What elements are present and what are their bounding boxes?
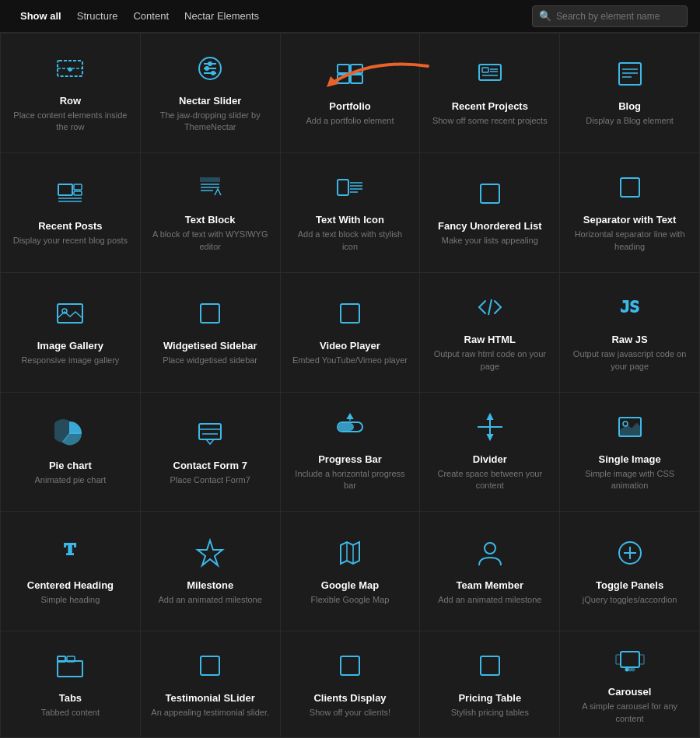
grid-item-pricing-table[interactable]: Pricing Table Stylish pricing tables — [420, 631, 560, 738]
nav-nectar[interactable]: Nectar Elements — [177, 0, 267, 33]
grid-item-pie-chart[interactable]: Pie chart Animated pie chart — [1, 393, 141, 512]
clients-display-desc: Show off your clients! — [310, 707, 390, 719]
video-player-icon — [334, 298, 366, 334]
team-member-title: Team Member — [457, 579, 523, 591]
grid-item-single-image[interactable]: Single Image Simple image with CSS anima… — [560, 393, 700, 512]
svg-rect-70 — [341, 656, 359, 675]
grid-item-centered-heading[interactable]: T Centered Heading Simple heading — [1, 512, 141, 631]
search-icon: 🔍 — [539, 10, 551, 22]
tabs-title: Tabs — [59, 692, 82, 704]
team-member-icon — [474, 537, 506, 573]
grid-item-divider[interactable]: Divider Create space between your conten… — [420, 393, 560, 512]
single-image-icon — [614, 411, 646, 447]
svg-marker-51 — [348, 414, 352, 418]
recent-posts-title: Recent Posts — [38, 220, 102, 232]
grid-item-recent-posts[interactable]: Recent Posts Display your recent blog po… — [1, 153, 141, 273]
toggle-panels-title: Toggle Panels — [596, 579, 663, 591]
svg-point-62 — [485, 543, 495, 554]
tabs-icon — [54, 650, 86, 686]
fancy-unordered-list-title: Fancy Unordered List — [438, 220, 542, 232]
grid-item-milestone[interactable]: Milestone Add an animated milestone — [141, 512, 281, 631]
milestone-title: Milestone — [187, 579, 233, 591]
grid-item-tabs[interactable]: Tabs Tabbed content — [1, 631, 141, 738]
widgetised-sidebar-title: Widgetised Sidebar — [163, 340, 257, 352]
carousel-desc: A simple carousel for any content — [569, 701, 690, 725]
text-with-icon-desc: Add a text block with stylish icon — [290, 229, 411, 253]
nav-structure[interactable]: Structure — [69, 0, 126, 33]
svg-text:+: + — [68, 66, 72, 73]
svg-rect-11 — [338, 65, 349, 73]
svg-rect-66 — [58, 661, 82, 677]
centered-heading-icon: T — [54, 537, 86, 573]
svg-text:JS: JS — [621, 297, 639, 316]
blog-icon — [614, 58, 646, 94]
elements-grid: + Row Place content elements inside the … — [0, 33, 700, 738]
nav-show-all[interactable]: Show all — [12, 0, 69, 33]
image-gallery-icon — [54, 298, 86, 334]
pricing-table-desc: Stylish pricing tables — [451, 707, 529, 719]
grid-item-carousel[interactable]: Carousel A simple carousel for any conte… — [560, 631, 700, 738]
carousel-icon — [614, 644, 646, 680]
pie-chart-desc: Animated pie chart — [35, 474, 107, 486]
svg-point-77 — [632, 669, 634, 671]
svg-rect-49 — [339, 424, 353, 430]
grid-item-widgetised-sidebar[interactable]: Widgetised Sidebar Place widgetised side… — [141, 273, 281, 393]
text-block-title: Text Block — [185, 214, 236, 226]
svg-rect-24 — [58, 184, 72, 195]
grid-item-separator-with-text[interactable]: Separator with Text Horizontal separator… — [560, 153, 700, 273]
grid-item-fancy-unordered-list[interactable]: Fancy Unordered List Make your lists app… — [420, 153, 560, 273]
image-gallery-desc: Responsive image gallery — [21, 355, 119, 366]
raw-js-desc: Output raw javascript code on your page — [569, 348, 690, 372]
grid-item-team-member[interactable]: Team Member Add an animated milestone — [420, 512, 560, 631]
separator-with-text-desc: Horizontal separator line with heading — [569, 229, 690, 253]
svg-rect-13 — [338, 75, 349, 83]
grid-item-text-with-icon[interactable]: Text With Icon Add a text block with sty… — [281, 153, 421, 273]
grid-item-blog[interactable]: Blog Display a Blog element — [560, 33, 700, 153]
grid-item-clients-display[interactable]: Clients Display Show off your clients! — [281, 631, 421, 738]
grid-item-google-map[interactable]: Google Map Flexible Google Map — [281, 512, 421, 631]
grid-item-video-player[interactable]: Video Player Embed YouTube/Vimeo player — [281, 273, 421, 393]
progress-bar-title: Progress Bar — [318, 453, 382, 465]
svg-rect-72 — [621, 652, 639, 667]
svg-rect-26 — [74, 191, 82, 195]
svg-rect-25 — [74, 184, 82, 190]
nectar-slider-desc: The jaw-dropping slider by ThemeNectar — [150, 110, 271, 134]
grid-item-toggle-panels[interactable]: Toggle Panels jQuery toggles/accordion — [560, 512, 700, 631]
blog-title: Blog — [618, 100, 641, 112]
carousel-title: Carousel — [608, 686, 652, 698]
grid-item-recent-projects[interactable]: Recent Projects Show off some recent pro… — [420, 33, 560, 153]
contact-form-icon — [194, 418, 226, 453]
svg-marker-54 — [488, 414, 492, 419]
video-player-title: Video Player — [320, 340, 380, 352]
svg-rect-69 — [201, 656, 219, 675]
recent-projects-desc: Show off some recent projects — [432, 115, 548, 127]
grid-item-raw-html[interactable]: Raw HTML Output raw html code on your pa… — [420, 273, 560, 393]
grid-item-contact-form[interactable]: Contact Form 7 Place Contact Form7 — [141, 393, 281, 512]
progress-bar-desc: Include a horizontal progress bar — [290, 468, 411, 492]
text-block-desc: A block of text with WYSIWYG editor — [150, 229, 271, 253]
recent-projects-icon — [474, 58, 506, 94]
raw-js-icon: JS — [614, 292, 646, 327]
grid-item-image-gallery[interactable]: Image Gallery Responsive image gallery — [1, 273, 141, 393]
nav-content[interactable]: Content — [125, 0, 177, 33]
grid-item-testimonial-slider[interactable]: Testimonial SLider An appealing testimon… — [141, 631, 281, 738]
grid-item-text-block[interactable]: Text Block A block of text with WYSIWYG … — [141, 153, 281, 273]
svg-rect-38 — [621, 178, 639, 197]
grid-item-progress-bar[interactable]: Progress Bar Include a horizontal progre… — [281, 393, 421, 512]
raw-html-icon — [474, 292, 506, 327]
search-input[interactable] — [556, 11, 681, 22]
portfolio-icon — [334, 58, 366, 94]
tabs-desc: Tabbed content — [41, 707, 100, 719]
blog-desc: Display a Blog element — [586, 115, 674, 127]
grid-item-row[interactable]: + Row Place content elements inside the … — [1, 33, 141, 153]
single-image-desc: Simple image with CSS animation — [569, 468, 690, 492]
progress-bar-icon — [334, 411, 366, 447]
separator-with-text-icon — [614, 172, 646, 208]
grid-item-nectar-slider[interactable]: Nectar Slider The jaw-dropping slider by… — [141, 33, 281, 153]
centered-heading-title: Centered Heading — [27, 579, 114, 591]
grid-item-portfolio[interactable]: Portfolio Add a portfolio element — [281, 33, 421, 153]
image-gallery-title: Image Gallery — [37, 340, 103, 352]
grid-item-raw-js[interactable]: JS Raw JS Output raw javascript code on … — [560, 273, 700, 393]
toggle-panels-desc: jQuery toggles/accordion — [583, 594, 677, 606]
svg-rect-14 — [351, 75, 362, 83]
